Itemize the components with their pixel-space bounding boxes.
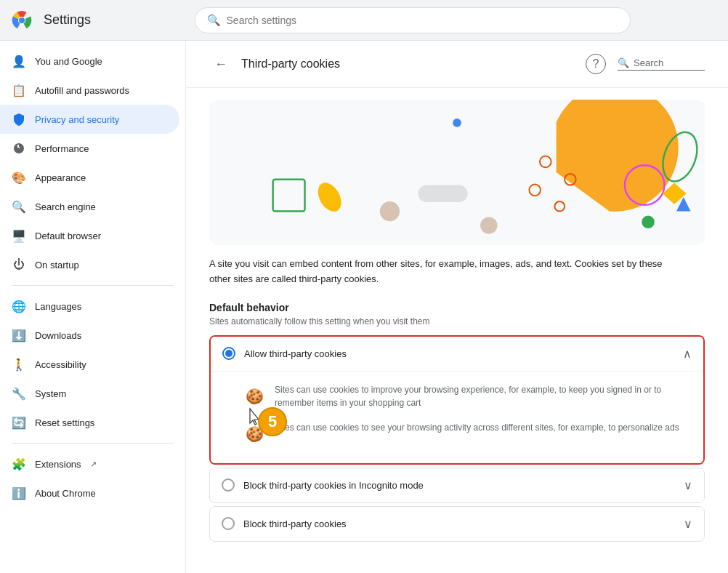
option-block-all-label: Block third-party cookies xyxy=(243,518,675,529)
option-block-all-header[interactable]: Block third-party cookies ∨ xyxy=(210,507,704,541)
svg-point-14 xyxy=(642,215,655,228)
sidebar-item-languages[interactable]: 🌐 Languages xyxy=(0,292,179,321)
top-bar: Settings 🔍 xyxy=(0,0,728,41)
expanded-item-2: 🍪 Sites can use cookies to see your brow… xyxy=(243,415,692,452)
sidebar-item-about-chrome[interactable]: ℹ️ About Chrome xyxy=(0,478,179,508)
svg-point-17 xyxy=(380,201,400,221)
option-block-incognito-label: Block third-party cookies in Incognito m… xyxy=(243,480,675,491)
sidebar-item-downloads[interactable]: ⬇️ Downloads xyxy=(0,321,179,350)
chrome-logo-icon xyxy=(12,10,32,31)
sidebar-item-autofill[interactable]: 📋 Autofill and passwords xyxy=(0,76,179,105)
default-browser-icon: 🖥️ xyxy=(12,228,26,243)
svg-point-2 xyxy=(19,17,25,23)
sidebar-item-search-engine[interactable]: 🔍 Search engine xyxy=(0,192,179,221)
downloads-icon: ⬇️ xyxy=(12,328,26,342)
sidebar-item-privacy[interactable]: Privacy and security xyxy=(0,105,179,134)
option-block-incognito: Block third-party cookies in Incognito m… xyxy=(209,468,705,503)
expanded-item-1: 🍪 Sites can use cookies to improve your … xyxy=(243,377,692,415)
header-search-label: Search xyxy=(634,57,663,68)
back-button[interactable]: ← xyxy=(209,52,232,76)
sidebar-label-languages: Languages xyxy=(35,301,81,312)
sidebar-label-default-browser: Default browser xyxy=(35,231,101,241)
sidebar-label-search-engine: Search engine xyxy=(35,201,96,212)
svg-rect-7 xyxy=(418,185,467,202)
sidebar-label-extensions: Extensions xyxy=(35,459,81,470)
step-badge: 5 xyxy=(258,407,287,436)
sidebar-item-default-browser[interactable]: 🖥️ Default browser xyxy=(0,221,179,250)
option-allow-label: Allow third-party cookies xyxy=(244,348,674,359)
sidebar-item-extensions[interactable]: 🧩 Extensions ↗ xyxy=(0,449,179,478)
content-header: ← Third-party cookies ? 🔍 Search xyxy=(186,41,728,88)
appearance-icon: 🎨 xyxy=(12,170,26,185)
expanded-text-2: Sites can use cookies to see your browsi… xyxy=(275,421,679,434)
sidebar-item-you-and-google[interactable]: 👤 You and Google xyxy=(0,47,179,76)
step-number: 5 xyxy=(268,412,277,431)
block-incognito-chevron-icon: ∨ xyxy=(684,478,692,492)
sidebar-label-autofill: Autofill and passwords xyxy=(35,85,129,96)
autofill-icon: 📋 xyxy=(12,83,26,97)
sidebar-item-on-startup[interactable]: ⏻ On startup xyxy=(0,250,179,279)
sidebar-item-performance[interactable]: Performance xyxy=(0,134,179,163)
cookies-illustration xyxy=(209,100,705,245)
external-link-icon: ↗ xyxy=(90,460,97,469)
option-block-incognito-header[interactable]: Block third-party cookies in Incognito m… xyxy=(210,468,704,502)
sidebar-label-about-chrome: About Chrome xyxy=(35,488,96,499)
radio-allow[interactable] xyxy=(222,347,235,360)
search-bar[interactable]: 🔍 xyxy=(195,7,631,33)
settings-title: Settings xyxy=(44,12,91,28)
performance-icon xyxy=(12,141,26,156)
radio-block-incognito[interactable] xyxy=(222,478,235,492)
sidebar-label-reset-settings: Reset settings xyxy=(35,417,94,428)
extensions-icon: 🧩 xyxy=(12,457,26,471)
search-input[interactable] xyxy=(227,15,618,26)
sidebar-label-system: System xyxy=(35,388,66,399)
privacy-icon xyxy=(12,112,26,127)
sidebar-label-accessibility: Accessibility xyxy=(35,359,86,370)
search-icon-header: 🔍 xyxy=(618,57,629,68)
option-block-all: Block third-party cookies ∨ xyxy=(209,506,705,542)
description-text: A site you visit can embed content from … xyxy=(209,257,674,287)
sidebar-item-accessibility[interactable]: 🚶 Accessibility xyxy=(0,350,179,379)
page-title: Third-party cookies xyxy=(241,57,577,71)
option-allow-header[interactable]: Allow third-party cookies ∧ xyxy=(211,337,703,371)
reset-icon: 🔄 xyxy=(12,415,26,430)
person-icon: 👤 xyxy=(12,54,26,68)
sidebar-label-performance: Performance xyxy=(35,143,89,154)
radio-block-all[interactable] xyxy=(222,517,235,530)
sidebar-label-appearance: Appearance xyxy=(35,172,86,183)
sidebar-label-you-and-google: You and Google xyxy=(35,56,102,67)
search-engine-icon: 🔍 xyxy=(12,199,26,214)
search-icon: 🔍 xyxy=(207,14,221,27)
sidebar-item-system[interactable]: 🔧 System xyxy=(0,379,179,408)
svg-point-6 xyxy=(453,119,461,127)
option-allow-third-party: Allow third-party cookies ∧ 🍪 Sites can … xyxy=(209,335,705,465)
allow-chevron-icon: ∧ xyxy=(683,347,692,361)
main-content: 👤 You and Google 📋 Autofill and password… xyxy=(0,41,728,573)
illustration-area xyxy=(209,100,705,245)
header-search[interactable]: 🔍 Search xyxy=(618,57,705,71)
languages-icon: 🌐 xyxy=(12,299,26,313)
sidebar-label-privacy: Privacy and security xyxy=(35,114,119,125)
system-icon: 🔧 xyxy=(12,386,26,401)
default-behavior-title: Default behavior xyxy=(209,302,705,313)
header-actions: ? 🔍 Search xyxy=(586,54,705,74)
sidebar-divider-2 xyxy=(12,443,174,444)
cookie-icon-1: 🍪 xyxy=(243,385,266,408)
sidebar-item-appearance[interactable]: 🎨 Appearance xyxy=(0,163,179,192)
about-chrome-icon: ℹ️ xyxy=(12,486,26,500)
sidebar: 👤 You and Google 📋 Autofill and password… xyxy=(0,41,186,573)
default-behavior-subtitle: Sites automatically follow this setting … xyxy=(209,316,705,326)
on-startup-icon: ⏻ xyxy=(12,257,26,272)
help-button[interactable]: ? xyxy=(586,54,606,74)
sidebar-item-reset-settings[interactable]: 🔄 Reset settings xyxy=(0,408,179,437)
expanded-text-1: Sites can use cookies to improve your br… xyxy=(275,383,692,409)
sidebar-label-on-startup: On startup xyxy=(35,260,79,271)
sidebar-label-downloads: Downloads xyxy=(35,330,81,341)
svg-point-18 xyxy=(480,217,497,233)
sidebar-divider-1 xyxy=(12,285,174,286)
block-all-chevron-icon: ∨ xyxy=(684,517,692,531)
content-area: ← Third-party cookies ? 🔍 Search xyxy=(186,41,728,573)
accessibility-icon: 🚶 xyxy=(12,357,26,372)
